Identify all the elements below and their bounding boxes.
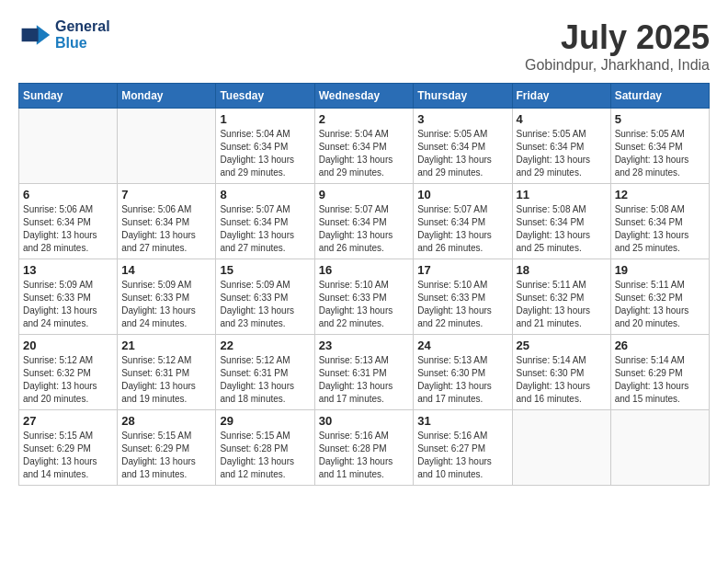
logo-icon bbox=[18, 18, 51, 52]
calendar-cell: 27Sunrise: 5:15 AMSunset: 6:29 PMDayligh… bbox=[19, 410, 118, 486]
calendar-cell: 16Sunrise: 5:10 AMSunset: 6:33 PMDayligh… bbox=[314, 259, 414, 335]
day-number: 17 bbox=[417, 263, 507, 277]
day-info: Sunrise: 5:07 AMSunset: 6:34 PMDaylight:… bbox=[417, 203, 507, 255]
day-number: 12 bbox=[615, 188, 705, 201]
day-number: 28 bbox=[121, 414, 211, 428]
title-section: July 2025 Gobindpur, Jharkhand, India bbox=[525, 18, 710, 74]
day-info: Sunrise: 5:13 AMSunset: 6:30 PMDaylight:… bbox=[417, 354, 507, 406]
day-number: 6 bbox=[23, 188, 113, 201]
weekday-header: Wednesday bbox=[314, 84, 414, 109]
calendar-cell: 5Sunrise: 5:05 AMSunset: 6:34 PMDaylight… bbox=[610, 109, 709, 184]
day-number: 10 bbox=[417, 188, 507, 201]
calendar-cell: 13Sunrise: 5:09 AMSunset: 6:33 PMDayligh… bbox=[19, 259, 118, 335]
calendar-cell: 22Sunrise: 5:12 AMSunset: 6:31 PMDayligh… bbox=[216, 335, 314, 410]
week-row: 13Sunrise: 5:09 AMSunset: 6:33 PMDayligh… bbox=[19, 259, 710, 335]
day-info: Sunrise: 5:10 AMSunset: 6:33 PMDaylight:… bbox=[319, 279, 410, 330]
day-number: 11 bbox=[517, 188, 607, 201]
calendar-cell: 24Sunrise: 5:13 AMSunset: 6:30 PMDayligh… bbox=[414, 335, 512, 410]
weekday-header: Thursday bbox=[414, 84, 512, 109]
day-info: Sunrise: 5:14 AMSunset: 6:30 PMDaylight:… bbox=[517, 354, 607, 406]
day-info: Sunrise: 5:09 AMSunset: 6:33 PMDaylight:… bbox=[220, 279, 310, 330]
page-header: General Blue July 2025 Gobindpur, Jharkh… bbox=[18, 18, 710, 74]
calendar-cell: 23Sunrise: 5:13 AMSunset: 6:31 PMDayligh… bbox=[314, 335, 414, 410]
day-info: Sunrise: 5:04 AMSunset: 6:34 PMDaylight:… bbox=[319, 128, 410, 179]
calendar-cell: 15Sunrise: 5:09 AMSunset: 6:33 PMDayligh… bbox=[216, 259, 314, 335]
day-number: 21 bbox=[121, 339, 211, 352]
weekday-header: Monday bbox=[118, 84, 216, 109]
day-number: 25 bbox=[517, 339, 607, 352]
day-info: Sunrise: 5:07 AMSunset: 6:34 PMDaylight:… bbox=[319, 203, 410, 255]
day-number: 20 bbox=[23, 339, 113, 352]
calendar-cell: 25Sunrise: 5:14 AMSunset: 6:30 PMDayligh… bbox=[512, 335, 610, 410]
day-info: Sunrise: 5:06 AMSunset: 6:34 PMDaylight:… bbox=[23, 203, 113, 255]
calendar-cell: 21Sunrise: 5:12 AMSunset: 6:31 PMDayligh… bbox=[118, 335, 216, 410]
day-info: Sunrise: 5:10 AMSunset: 6:33 PMDaylight:… bbox=[417, 279, 507, 330]
day-number: 26 bbox=[615, 339, 705, 352]
day-info: Sunrise: 5:11 AMSunset: 6:32 PMDaylight:… bbox=[517, 279, 607, 330]
calendar-cell bbox=[512, 410, 610, 486]
day-info: Sunrise: 5:13 AMSunset: 6:31 PMDaylight:… bbox=[319, 354, 410, 406]
location: Gobindpur, Jharkhand, India bbox=[525, 57, 710, 74]
calendar-cell: 26Sunrise: 5:14 AMSunset: 6:29 PMDayligh… bbox=[610, 335, 709, 410]
calendar-cell bbox=[19, 109, 118, 184]
day-info: Sunrise: 5:09 AMSunset: 6:33 PMDaylight:… bbox=[121, 279, 211, 330]
day-number: 7 bbox=[121, 188, 211, 201]
day-info: Sunrise: 5:12 AMSunset: 6:32 PMDaylight:… bbox=[23, 354, 113, 406]
day-number: 5 bbox=[615, 112, 705, 126]
calendar-cell: 30Sunrise: 5:16 AMSunset: 6:28 PMDayligh… bbox=[314, 410, 414, 486]
weekday-header: Tuesday bbox=[216, 84, 314, 109]
day-number: 24 bbox=[417, 339, 507, 352]
calendar-cell: 17Sunrise: 5:10 AMSunset: 6:33 PMDayligh… bbox=[414, 259, 512, 335]
calendar-cell: 18Sunrise: 5:11 AMSunset: 6:32 PMDayligh… bbox=[512, 259, 610, 335]
week-row: 6Sunrise: 5:06 AMSunset: 6:34 PMDaylight… bbox=[19, 184, 710, 259]
day-info: Sunrise: 5:12 AMSunset: 6:31 PMDaylight:… bbox=[220, 354, 310, 406]
week-row: 1Sunrise: 5:04 AMSunset: 6:34 PMDaylight… bbox=[19, 109, 710, 184]
day-number: 19 bbox=[615, 263, 705, 277]
day-info: Sunrise: 5:05 AMSunset: 6:34 PMDaylight:… bbox=[517, 128, 607, 179]
day-info: Sunrise: 5:16 AMSunset: 6:28 PMDaylight:… bbox=[319, 430, 410, 481]
day-number: 16 bbox=[319, 263, 410, 277]
calendar-cell: 1Sunrise: 5:04 AMSunset: 6:34 PMDaylight… bbox=[216, 109, 314, 184]
calendar-cell: 20Sunrise: 5:12 AMSunset: 6:32 PMDayligh… bbox=[19, 335, 118, 410]
weekday-header-row: SundayMondayTuesdayWednesdayThursdayFrid… bbox=[19, 84, 710, 109]
day-info: Sunrise: 5:05 AMSunset: 6:34 PMDaylight:… bbox=[615, 128, 705, 179]
calendar-cell bbox=[118, 109, 216, 184]
day-info: Sunrise: 5:11 AMSunset: 6:32 PMDaylight:… bbox=[615, 279, 705, 330]
calendar-cell: 7Sunrise: 5:06 AMSunset: 6:34 PMDaylight… bbox=[118, 184, 216, 259]
day-info: Sunrise: 5:05 AMSunset: 6:34 PMDaylight:… bbox=[417, 128, 507, 179]
day-number: 2 bbox=[319, 112, 410, 126]
weekday-header: Saturday bbox=[610, 84, 709, 109]
day-number: 13 bbox=[23, 263, 113, 277]
calendar-cell: 2Sunrise: 5:04 AMSunset: 6:34 PMDaylight… bbox=[314, 109, 414, 184]
day-info: Sunrise: 5:12 AMSunset: 6:31 PMDaylight:… bbox=[121, 354, 211, 406]
day-info: Sunrise: 5:16 AMSunset: 6:27 PMDaylight:… bbox=[417, 430, 507, 481]
day-info: Sunrise: 5:08 AMSunset: 6:34 PMDaylight:… bbox=[615, 203, 705, 255]
day-info: Sunrise: 5:04 AMSunset: 6:34 PMDaylight:… bbox=[220, 128, 310, 179]
day-info: Sunrise: 5:09 AMSunset: 6:33 PMDaylight:… bbox=[23, 279, 113, 330]
calendar-cell: 3Sunrise: 5:05 AMSunset: 6:34 PMDaylight… bbox=[414, 109, 512, 184]
week-row: 27Sunrise: 5:15 AMSunset: 6:29 PMDayligh… bbox=[19, 410, 710, 486]
weekday-header: Friday bbox=[512, 84, 610, 109]
calendar-cell: 8Sunrise: 5:07 AMSunset: 6:34 PMDaylight… bbox=[216, 184, 314, 259]
calendar-cell: 9Sunrise: 5:07 AMSunset: 6:34 PMDaylight… bbox=[314, 184, 414, 259]
calendar-cell: 12Sunrise: 5:08 AMSunset: 6:34 PMDayligh… bbox=[610, 184, 709, 259]
calendar: SundayMondayTuesdayWednesdayThursdayFrid… bbox=[18, 83, 710, 486]
day-number: 4 bbox=[517, 112, 607, 126]
calendar-cell: 19Sunrise: 5:11 AMSunset: 6:32 PMDayligh… bbox=[610, 259, 709, 335]
day-number: 14 bbox=[121, 263, 211, 277]
svg-rect-2 bbox=[22, 29, 39, 41]
day-number: 3 bbox=[417, 112, 507, 126]
day-info: Sunrise: 5:14 AMSunset: 6:29 PMDaylight:… bbox=[615, 354, 705, 406]
calendar-cell: 31Sunrise: 5:16 AMSunset: 6:27 PMDayligh… bbox=[414, 410, 512, 486]
day-info: Sunrise: 5:06 AMSunset: 6:34 PMDaylight:… bbox=[121, 203, 211, 255]
day-number: 22 bbox=[220, 339, 310, 352]
month-year: July 2025 bbox=[525, 18, 710, 57]
day-number: 30 bbox=[319, 414, 410, 428]
day-info: Sunrise: 5:07 AMSunset: 6:34 PMDaylight:… bbox=[220, 203, 310, 255]
day-number: 31 bbox=[417, 414, 507, 428]
calendar-cell: 4Sunrise: 5:05 AMSunset: 6:34 PMDaylight… bbox=[512, 109, 610, 184]
day-number: 15 bbox=[220, 263, 310, 277]
logo-text: General Blue bbox=[55, 18, 110, 52]
day-info: Sunrise: 5:15 AMSunset: 6:29 PMDaylight:… bbox=[23, 430, 113, 481]
day-number: 23 bbox=[319, 339, 410, 352]
